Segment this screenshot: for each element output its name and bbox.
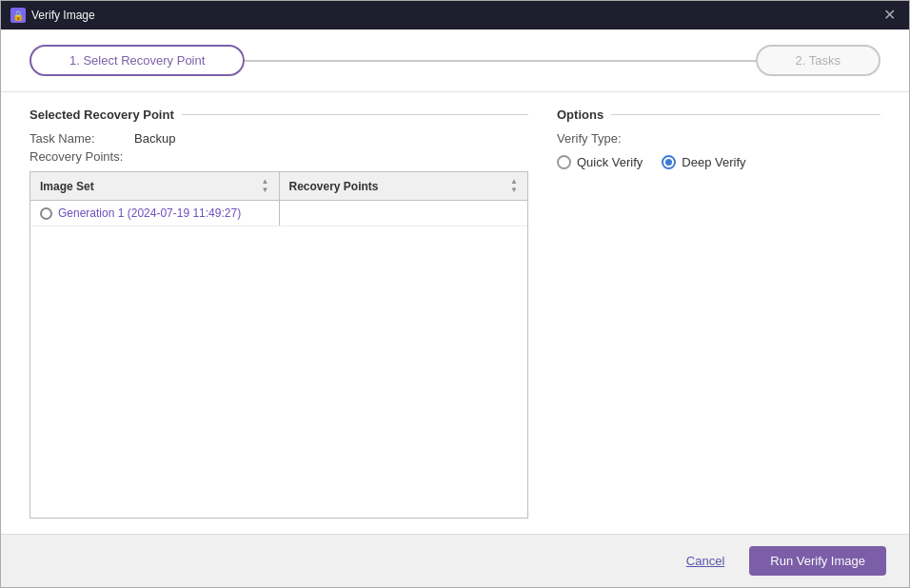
left-panel: Selected Recovery Point Task Name: Backu…	[30, 108, 528, 519]
td-image-set: Generation 1 (2024-07-19 11:49:27)	[30, 201, 280, 225]
app-icon: 🔒	[10, 8, 26, 23]
footer: Cancel Run Verify Image	[1, 534, 909, 587]
deep-verify-option[interactable]: Deep Verify	[662, 155, 745, 169]
table-body: Generation 1 (2024-07-19 11:49:27)	[30, 201, 527, 518]
left-section-line	[182, 114, 528, 115]
step-1-pill[interactable]: 1. Select Recovery Point	[30, 45, 245, 76]
deep-verify-label: Deep Verify	[682, 155, 745, 169]
right-panel: Options Verify Type: Quick Verify Deep V…	[557, 108, 880, 519]
title-bar: 🔒 Verify Image ✕	[1, 1, 909, 29]
right-section-line	[611, 114, 880, 115]
deep-verify-radio[interactable]	[662, 155, 676, 169]
dialog-title: Verify Image	[31, 9, 95, 22]
quick-verify-option[interactable]: Quick Verify	[557, 155, 643, 169]
table-row[interactable]: Generation 1 (2024-07-19 11:49:27)	[30, 201, 527, 226]
step-2: 2. Tasks	[756, 45, 880, 76]
row-radio[interactable]	[40, 207, 52, 220]
main-content: Selected Recovery Point Task Name: Backu…	[1, 92, 909, 534]
th-image-set: Image Set ▲ ▼	[30, 172, 280, 200]
sort-recovery-points[interactable]: ▲ ▼	[510, 178, 518, 194]
run-verify-button[interactable]: Run Verify Image	[749, 546, 886, 576]
cancel-button[interactable]: Cancel	[677, 548, 734, 574]
verify-type-label: Verify Type:	[557, 131, 880, 146]
title-bar-left: 🔒 Verify Image	[10, 8, 95, 23]
step-1: 1. Select Recovery Point	[30, 45, 245, 76]
left-section-title: Selected Recovery Point	[30, 108, 174, 122]
verify-type-radio-group: Quick Verify Deep Verify	[557, 155, 880, 169]
quick-verify-label: Quick Verify	[577, 155, 643, 169]
table-header: Image Set ▲ ▼ Recovery Points ▲ ▼	[30, 172, 527, 201]
quick-verify-radio[interactable]	[557, 155, 571, 169]
generation-label: Generation 1 (2024-07-19 11:49:27)	[58, 206, 241, 220]
step-connector	[245, 60, 755, 62]
task-name-value: Backup	[134, 131, 175, 146]
td-recovery-points	[280, 201, 528, 225]
right-section-header: Options	[557, 108, 880, 122]
verify-image-dialog: 🔒 Verify Image ✕ 1. Select Recovery Poin…	[0, 0, 910, 588]
task-name-row: Task Name: Backup	[30, 131, 528, 146]
close-button[interactable]: ✕	[880, 6, 900, 25]
right-section-title: Options	[557, 108, 603, 122]
sort-image-set[interactable]: ▲ ▼	[262, 178, 269, 194]
task-name-label: Task Name:	[30, 131, 134, 146]
wizard-steps: 1. Select Recovery Point 2. Tasks	[1, 29, 909, 92]
image-set-table: Image Set ▲ ▼ Recovery Points ▲ ▼	[30, 171, 528, 519]
recovery-points-label: Recovery Points:	[30, 149, 134, 164]
step-2-pill[interactable]: 2. Tasks	[756, 45, 880, 76]
left-section-header: Selected Recovery Point	[30, 108, 528, 122]
recovery-points-row: Recovery Points:	[30, 149, 528, 164]
th-recovery-points: Recovery Points ▲ ▼	[280, 172, 528, 200]
